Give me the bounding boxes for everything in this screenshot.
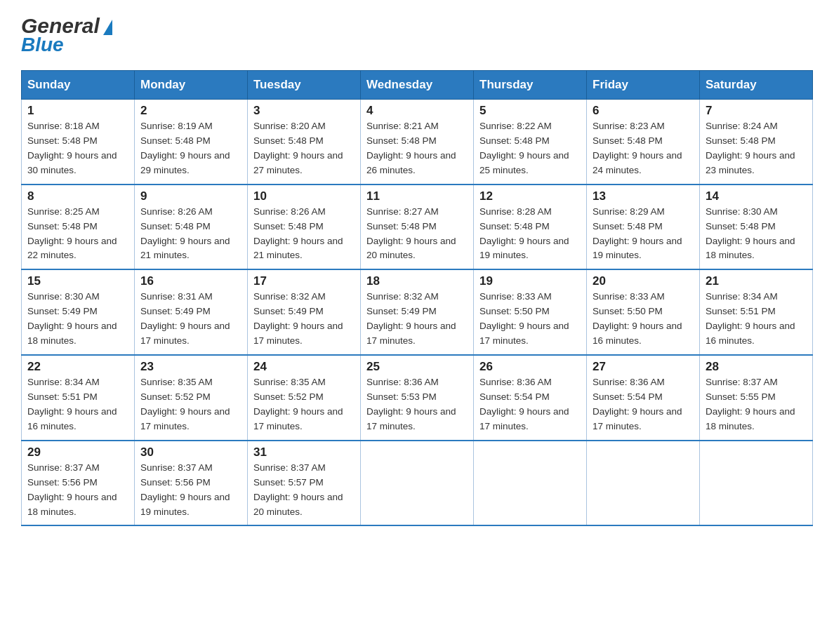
day-number: 26 — [479, 360, 581, 374]
day-number: 25 — [366, 360, 468, 374]
empty-cell — [587, 441, 700, 526]
day-number: 12 — [479, 189, 581, 203]
day-number: 1 — [27, 104, 128, 118]
day-number: 20 — [593, 274, 694, 288]
day-cell-24: 24 Sunrise: 8:35 AMSunset: 5:52 PMDaylig… — [248, 355, 361, 441]
logo-subtitle: Blue — [21, 34, 64, 56]
col-header-sunday: Sunday — [22, 71, 135, 100]
day-info: Sunrise: 8:32 AMSunset: 5:49 PMDaylight:… — [253, 291, 343, 346]
day-number: 10 — [253, 189, 355, 203]
empty-cell — [700, 441, 813, 526]
day-number: 27 — [593, 360, 694, 374]
day-number: 11 — [366, 189, 468, 203]
day-cell-1: 1 Sunrise: 8:18 AMSunset: 5:48 PMDayligh… — [22, 100, 135, 185]
col-header-friday: Friday — [587, 71, 700, 100]
day-info: Sunrise: 8:37 AMSunset: 5:56 PMDaylight:… — [27, 462, 117, 517]
day-cell-12: 12 Sunrise: 8:28 AMSunset: 5:48 PMDaylig… — [474, 185, 587, 270]
day-info: Sunrise: 8:19 AMSunset: 5:48 PMDaylight:… — [140, 121, 230, 175]
day-number: 16 — [140, 274, 241, 288]
col-header-thursday: Thursday — [474, 71, 587, 100]
day-number: 14 — [706, 189, 807, 203]
day-cell-9: 9 Sunrise: 8:26 AMSunset: 5:48 PMDayligh… — [135, 185, 248, 270]
day-info: Sunrise: 8:30 AMSunset: 5:48 PMDaylight:… — [706, 206, 795, 261]
day-number: 6 — [593, 104, 694, 118]
day-number: 9 — [140, 189, 241, 203]
day-info: Sunrise: 8:26 AMSunset: 5:48 PMDaylight:… — [140, 206, 230, 261]
day-cell-16: 16 Sunrise: 8:31 AMSunset: 5:49 PMDaylig… — [135, 269, 248, 355]
day-cell-13: 13 Sunrise: 8:29 AMSunset: 5:48 PMDaylig… — [587, 185, 700, 270]
day-number: 28 — [706, 360, 807, 374]
day-cell-23: 23 Sunrise: 8:35 AMSunset: 5:52 PMDaylig… — [135, 355, 248, 441]
day-info: Sunrise: 8:36 AMSunset: 5:54 PMDaylight:… — [479, 377, 569, 431]
day-info: Sunrise: 8:24 AMSunset: 5:48 PMDaylight:… — [706, 121, 795, 175]
day-number: 3 — [253, 104, 355, 118]
col-header-wednesday: Wednesday — [361, 71, 474, 100]
day-number: 23 — [140, 360, 241, 374]
week-row-1: 1 Sunrise: 8:18 AMSunset: 5:48 PMDayligh… — [22, 100, 813, 185]
day-info: Sunrise: 8:28 AMSunset: 5:48 PMDaylight:… — [479, 206, 569, 261]
day-number: 13 — [593, 189, 694, 203]
day-info: Sunrise: 8:36 AMSunset: 5:53 PMDaylight:… — [366, 377, 456, 431]
day-info: Sunrise: 8:35 AMSunset: 5:52 PMDaylight:… — [140, 377, 230, 431]
day-info: Sunrise: 8:33 AMSunset: 5:50 PMDaylight:… — [479, 291, 569, 346]
day-info: Sunrise: 8:33 AMSunset: 5:50 PMDaylight:… — [593, 291, 682, 346]
day-cell-7: 7 Sunrise: 8:24 AMSunset: 5:48 PMDayligh… — [700, 100, 813, 185]
day-cell-18: 18 Sunrise: 8:32 AMSunset: 5:49 PMDaylig… — [361, 269, 474, 355]
day-cell-19: 19 Sunrise: 8:33 AMSunset: 5:50 PMDaylig… — [474, 269, 587, 355]
day-info: Sunrise: 8:31 AMSunset: 5:49 PMDaylight:… — [140, 291, 230, 346]
day-info: Sunrise: 8:27 AMSunset: 5:48 PMDaylight:… — [366, 206, 456, 261]
empty-cell — [474, 441, 587, 526]
day-cell-28: 28 Sunrise: 8:37 AMSunset: 5:55 PMDaylig… — [700, 355, 813, 441]
day-cell-3: 3 Sunrise: 8:20 AMSunset: 5:48 PMDayligh… — [248, 100, 361, 185]
day-number: 29 — [27, 445, 128, 459]
day-cell-22: 22 Sunrise: 8:34 AMSunset: 5:51 PMDaylig… — [22, 355, 135, 441]
day-info: Sunrise: 8:29 AMSunset: 5:48 PMDaylight:… — [593, 206, 682, 261]
week-row-3: 15 Sunrise: 8:30 AMSunset: 5:49 PMDaylig… — [22, 269, 813, 355]
day-cell-4: 4 Sunrise: 8:21 AMSunset: 5:48 PMDayligh… — [361, 100, 474, 185]
day-number: 17 — [253, 274, 355, 288]
day-number: 2 — [140, 104, 241, 118]
day-number: 4 — [366, 104, 468, 118]
week-row-5: 29 Sunrise: 8:37 AMSunset: 5:56 PMDaylig… — [22, 441, 813, 526]
day-number: 15 — [27, 274, 128, 288]
week-row-2: 8 Sunrise: 8:25 AMSunset: 5:48 PMDayligh… — [22, 185, 813, 270]
day-number: 19 — [479, 274, 581, 288]
day-info: Sunrise: 8:34 AMSunset: 5:51 PMDaylight:… — [27, 377, 117, 431]
day-cell-17: 17 Sunrise: 8:32 AMSunset: 5:49 PMDaylig… — [248, 269, 361, 355]
day-info: Sunrise: 8:30 AMSunset: 5:49 PMDaylight:… — [27, 291, 117, 346]
empty-cell — [361, 441, 474, 526]
day-cell-31: 31 Sunrise: 8:37 AMSunset: 5:57 PMDaylig… — [248, 441, 361, 526]
day-cell-14: 14 Sunrise: 8:30 AMSunset: 5:48 PMDaylig… — [700, 185, 813, 270]
day-info: Sunrise: 8:26 AMSunset: 5:48 PMDaylight:… — [253, 206, 343, 261]
day-info: Sunrise: 8:20 AMSunset: 5:48 PMDaylight:… — [253, 121, 343, 175]
day-cell-5: 5 Sunrise: 8:22 AMSunset: 5:48 PMDayligh… — [474, 100, 587, 185]
day-info: Sunrise: 8:37 AMSunset: 5:56 PMDaylight:… — [140, 462, 230, 517]
day-number: 31 — [253, 445, 355, 459]
week-row-4: 22 Sunrise: 8:34 AMSunset: 5:51 PMDaylig… — [22, 355, 813, 441]
calendar-header-row: SundayMondayTuesdayWednesdayThursdayFrid… — [22, 71, 813, 100]
day-cell-26: 26 Sunrise: 8:36 AMSunset: 5:54 PMDaylig… — [474, 355, 587, 441]
calendar-table: SundayMondayTuesdayWednesdayThursdayFrid… — [21, 70, 813, 526]
day-cell-29: 29 Sunrise: 8:37 AMSunset: 5:56 PMDaylig… — [22, 441, 135, 526]
col-header-saturday: Saturday — [700, 71, 813, 100]
calendar-body: 1 Sunrise: 8:18 AMSunset: 5:48 PMDayligh… — [22, 100, 813, 526]
day-cell-25: 25 Sunrise: 8:36 AMSunset: 5:53 PMDaylig… — [361, 355, 474, 441]
day-info: Sunrise: 8:22 AMSunset: 5:48 PMDaylight:… — [479, 121, 569, 175]
logo: General Blue — [21, 14, 112, 56]
day-info: Sunrise: 8:21 AMSunset: 5:48 PMDaylight:… — [366, 121, 456, 175]
day-info: Sunrise: 8:34 AMSunset: 5:51 PMDaylight:… — [706, 291, 795, 346]
day-cell-8: 8 Sunrise: 8:25 AMSunset: 5:48 PMDayligh… — [22, 185, 135, 270]
day-number: 7 — [706, 104, 807, 118]
day-number: 21 — [706, 274, 807, 288]
day-number: 22 — [27, 360, 128, 374]
day-number: 24 — [253, 360, 355, 374]
day-info: Sunrise: 8:18 AMSunset: 5:48 PMDaylight:… — [27, 121, 117, 175]
day-number: 5 — [479, 104, 581, 118]
day-number: 30 — [140, 445, 241, 459]
col-header-tuesday: Tuesday — [248, 71, 361, 100]
day-info: Sunrise: 8:23 AMSunset: 5:48 PMDaylight:… — [593, 121, 682, 175]
day-info: Sunrise: 8:37 AMSunset: 5:57 PMDaylight:… — [253, 462, 343, 517]
day-number: 18 — [366, 274, 468, 288]
col-header-monday: Monday — [135, 71, 248, 100]
logo-triangle-icon — [103, 20, 112, 35]
